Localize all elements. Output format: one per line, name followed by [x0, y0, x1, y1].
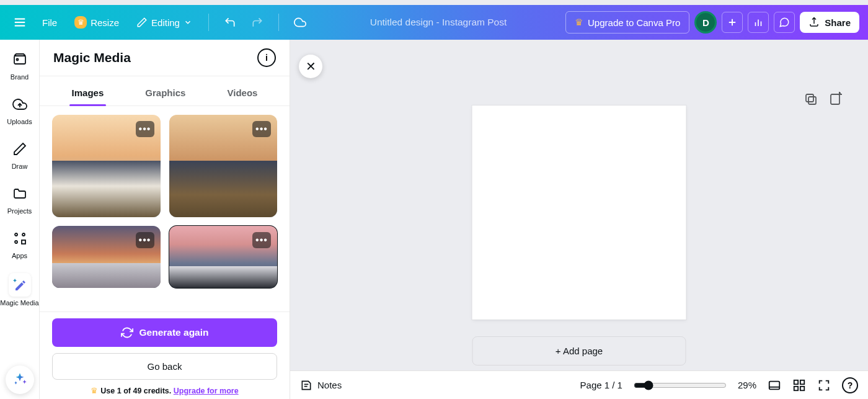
generate-again-button[interactable]: Generate again: [52, 318, 277, 347]
divider: [278, 14, 279, 31]
rail-label: Uploads: [7, 118, 32, 125]
editing-menu[interactable]: Editing: [130, 12, 198, 33]
upgrade-label: Upgrade to Canva Pro: [588, 17, 680, 28]
thumbnail-more-icon[interactable]: •••: [136, 232, 154, 248]
svg-rect-25: [794, 380, 798, 383]
svg-point-11: [15, 233, 17, 236]
notes-label: Notes: [317, 380, 342, 390]
result-thumbnail[interactable]: •••: [52, 226, 161, 288]
folder-icon: [12, 186, 27, 201]
notes-icon: [300, 379, 312, 392]
page-tools: [804, 92, 843, 107]
notes-button[interactable]: Notes: [300, 379, 342, 392]
canvas-area: ✕ + Add page Notes Page 1 / 1 29% ?: [290, 40, 868, 399]
hamburger-menu-icon[interactable]: [9, 11, 31, 34]
upgrade-button[interactable]: ♛ Upgrade to Canva Pro: [565, 11, 689, 34]
view-list-icon[interactable]: [768, 379, 781, 392]
left-tool-rail: Brand Uploads Draw Projects Apps Magic M…: [0, 40, 40, 399]
thumbnail-more-icon[interactable]: •••: [252, 121, 271, 137]
thumbnail-more-icon[interactable]: •••: [136, 121, 154, 137]
file-menu[interactable]: File: [36, 12, 63, 33]
analytics-button[interactable]: [748, 12, 769, 33]
redo-button[interactable]: [246, 11, 268, 34]
credits-count: Use 1 of 49 credits.: [100, 387, 173, 395]
svg-rect-28: [800, 386, 804, 390]
upgrade-link[interactable]: Upgrade for more: [174, 387, 239, 395]
add-page-button[interactable]: + Add page: [472, 336, 686, 365]
rail-item-uploads[interactable]: Uploads: [0, 93, 39, 127]
rail-label: Apps: [12, 252, 27, 259]
crown-icon: ♛: [575, 17, 583, 28]
credits-text: ♛Use 1 of 49 credits. Upgrade for more: [52, 386, 277, 395]
results-grid: ••• ••• ••• •••: [40, 106, 290, 312]
share-button[interactable]: Share: [800, 12, 859, 33]
draw-icon: [12, 141, 27, 156]
ai-assistant-fab[interactable]: [6, 365, 34, 394]
result-thumbnail-selected[interactable]: •••: [169, 226, 278, 288]
zoom-percent[interactable]: 29%: [738, 380, 756, 390]
rail-item-apps[interactable]: Apps: [0, 227, 39, 261]
chevron-down-icon: [184, 18, 192, 27]
rail-item-brand[interactable]: Brand: [0, 48, 39, 82]
rail-item-draw[interactable]: Draw: [0, 138, 39, 171]
panel-footer: Generate again Go back ♛Use 1 of 49 cred…: [40, 312, 290, 399]
svg-point-13: [15, 241, 17, 243]
rail-label: Brand: [11, 73, 29, 81]
zoom-slider[interactable]: [634, 380, 727, 390]
result-thumbnail[interactable]: •••: [52, 115, 161, 217]
help-button[interactable]: ?: [842, 377, 858, 393]
rail-item-magic-media[interactable]: Magic Media: [0, 272, 39, 308]
apps-icon: [12, 231, 27, 246]
side-panel: Magic Media i Images Graphics Videos •••…: [40, 40, 290, 399]
panel-title: Magic Media: [53, 50, 131, 65]
svg-rect-23: [769, 381, 780, 389]
refresh-icon: [121, 326, 133, 339]
comment-button[interactable]: [774, 12, 795, 33]
generate-label: Generate again: [140, 327, 209, 338]
document-title[interactable]: Untitled design - Instagram Post: [316, 17, 560, 28]
bottom-bar: Notes Page 1 / 1 29% ?: [290, 370, 868, 399]
brand-icon: [12, 52, 27, 67]
svg-rect-17: [831, 94, 839, 104]
add-member-button[interactable]: [722, 12, 743, 33]
main-area: Brand Uploads Draw Projects Apps Magic M…: [0, 40, 868, 399]
rail-label: Draw: [12, 163, 28, 170]
duplicate-page-icon[interactable]: [804, 92, 818, 107]
rail-item-projects[interactable]: Projects: [0, 182, 39, 216]
canvas-page[interactable]: [472, 105, 686, 320]
top-menu-bar: File ♛ Resize Editing Untitled design - …: [0, 5, 868, 40]
resize-menu[interactable]: ♛ Resize: [68, 11, 125, 34]
result-thumbnail[interactable]: •••: [169, 115, 278, 217]
svg-rect-14: [22, 240, 25, 244]
info-button[interactable]: i: [257, 48, 276, 67]
rail-label: Magic Media: [0, 299, 38, 307]
cloud-upload-icon: [12, 97, 27, 112]
close-panel-button[interactable]: ✕: [299, 55, 322, 78]
svg-rect-26: [800, 380, 804, 383]
upload-icon: [808, 17, 820, 28]
fullscreen-icon[interactable]: [817, 379, 831, 392]
resize-label: Resize: [91, 17, 119, 28]
svg-point-10: [16, 59, 18, 61]
user-avatar[interactable]: D: [694, 11, 717, 34]
svg-rect-15: [808, 97, 816, 104]
crown-icon: ♛: [74, 16, 87, 29]
thumbnail-more-icon[interactable]: •••: [252, 232, 271, 248]
undo-button[interactable]: [219, 11, 241, 34]
panel-tabs: Images Graphics Videos: [40, 76, 290, 106]
share-label: Share: [825, 17, 851, 28]
pencil-icon: [136, 17, 148, 28]
tab-graphics[interactable]: Graphics: [143, 83, 188, 105]
new-page-icon[interactable]: [828, 92, 843, 107]
magic-wand-icon: [12, 277, 27, 292]
tab-images[interactable]: Images: [69, 83, 107, 105]
page-indicator[interactable]: Page 1 / 1: [580, 380, 622, 390]
tab-videos[interactable]: Videos: [225, 83, 260, 105]
divider: [208, 14, 209, 31]
cloud-sync-icon[interactable]: [289, 11, 311, 34]
svg-rect-27: [794, 386, 798, 390]
svg-rect-16: [806, 94, 813, 102]
grid-view-icon[interactable]: [792, 379, 806, 392]
editing-label: Editing: [151, 17, 180, 28]
go-back-button[interactable]: Go back: [52, 353, 277, 380]
